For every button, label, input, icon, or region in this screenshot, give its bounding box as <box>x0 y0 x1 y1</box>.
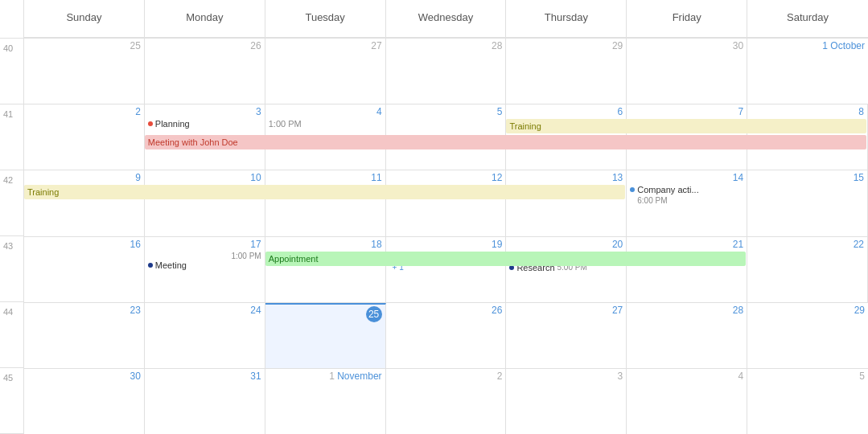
week-row-41: 2 3 Planning 4 1:00 PM 5 6 7 8 <box>24 104 868 170</box>
day-cell-9[interactable]: 9 <box>24 170 145 235</box>
header-tuesday: Tuesday <box>265 0 386 37</box>
day-cell-16[interactable]: 16 <box>24 237 145 302</box>
week-row-44: 23 24 25 26 27 28 29 <box>24 303 868 369</box>
day-cell-26[interactable]: 26 <box>386 303 507 368</box>
day-cell-13[interactable]: 13 <box>506 170 627 235</box>
week-row-42: 9 10 11 12 13 14 Company acti... 6:00 PM… <box>24 170 868 236</box>
day-cell-nov1[interactable]: 1 November <box>265 369 386 434</box>
header-sunday: Sunday <box>24 0 145 37</box>
day-cell[interactable]: 29 <box>506 39 627 104</box>
day-cell[interactable]: 26 <box>145 39 265 104</box>
day-cell-nov2[interactable]: 2 <box>386 369 507 434</box>
meeting-event[interactable]: Meeting <box>148 260 261 270</box>
day-cell-22[interactable]: 22 <box>747 237 868 302</box>
day-cell-nov5[interactable]: 5 <box>747 369 868 434</box>
week-row-45: 30 31 1 November 2 3 4 5 <box>24 369 868 434</box>
day-cell-2[interactable]: 2 <box>24 104 145 170</box>
calendar-grid: Sunday Monday Tuesday Wednesday Thursday… <box>24 0 868 434</box>
day-cell-23[interactable]: 23 <box>24 303 145 368</box>
day-cell-oct1[interactable]: 1 October <box>747 39 868 104</box>
day-cell-19[interactable]: 19 Free time 6:00 AM + 1 <box>386 237 507 302</box>
day-cell[interactable]: 28 <box>386 39 507 104</box>
appointment-event[interactable]: Appointment <box>265 252 746 266</box>
day-cell-28[interactable]: 28 <box>627 303 747 368</box>
training-event-w41[interactable]: Training <box>506 119 866 133</box>
training-event-w42[interactable]: Training <box>24 185 625 199</box>
week-num-45: 45 <box>0 368 23 434</box>
company-acti-event[interactable]: Company acti... <box>630 185 743 194</box>
day-cell-24[interactable]: 24 <box>145 303 265 368</box>
header-wednesday: Wednesday <box>386 0 507 37</box>
day-cell-27[interactable]: 27 <box>506 303 627 368</box>
week-num-43: 43 <box>0 236 23 302</box>
event-dot-blue <box>630 187 635 192</box>
day-cell-17[interactable]: 17 1:00 PM Meeting <box>145 237 265 302</box>
day-cell-nov4[interactable]: 4 <box>627 369 747 434</box>
day-cell-12[interactable]: 12 <box>386 170 507 235</box>
week-row-40: 25 26 27 28 29 30 1 October <box>24 39 868 104</box>
day-cell[interactable]: 30 <box>627 39 747 104</box>
day-cell-21[interactable]: 21 <box>627 237 747 302</box>
day-cell-18[interactable]: 18 <box>265 237 386 302</box>
planning-event[interactable]: Planning <box>148 119 261 129</box>
day-cell-11[interactable]: 11 <box>265 170 386 235</box>
day-cell-14[interactable]: 14 Company acti... 6:00 PM <box>627 170 747 235</box>
header-friday: Friday <box>627 0 747 37</box>
header-monday: Monday <box>145 0 265 37</box>
week-row-43: 16 17 1:00 PM Meeting 18 19 Free time 6: <box>24 237 868 303</box>
day-headers: Sunday Monday Tuesday Wednesday Thursday… <box>24 0 868 39</box>
week-num-40: 40 <box>0 39 23 104</box>
header-thursday: Thursday <box>506 0 627 37</box>
week-num-42: 42 <box>0 170 23 236</box>
event-dot-red <box>148 121 153 126</box>
day-cell-25-today[interactable]: 25 <box>265 303 386 368</box>
day-cell-31[interactable]: 31 <box>145 369 265 434</box>
weeks-container: 25 26 27 28 29 30 1 October 2 3 <box>24 39 868 434</box>
day-cell-29[interactable]: 29 <box>747 303 868 368</box>
week-num-41: 41 <box>0 104 23 170</box>
header-saturday: Saturday <box>747 0 868 37</box>
day-cell[interactable]: 27 <box>265 39 386 104</box>
week-numbers-column: 40 41 42 43 44 45 <box>0 0 24 434</box>
day-cell-15[interactable]: 15 <box>747 170 868 235</box>
day-cell-10[interactable]: 10 <box>145 170 265 235</box>
week-num-header <box>0 0 23 39</box>
day-cell[interactable]: 25 <box>24 39 145 104</box>
day-cell-30[interactable]: 30 <box>24 369 145 434</box>
week-num-44: 44 <box>0 302 23 368</box>
meeting-johndoe-event[interactable]: Meeting with John Doe <box>145 135 866 149</box>
day-cell-nov3[interactable]: 3 <box>506 369 627 434</box>
day-cell-20[interactable]: 20 Interview 5:00 PM Research 5:00 PM <box>506 237 627 302</box>
event-dot-navy <box>148 263 153 268</box>
calendar: 40 41 42 43 44 45 Sunday Monday Tuesday … <box>0 0 868 434</box>
